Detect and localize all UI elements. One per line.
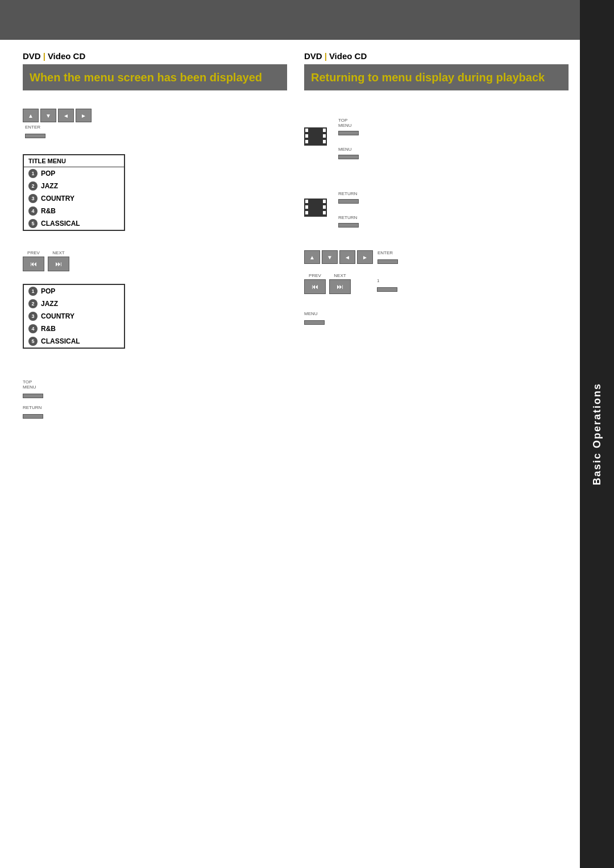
svg-rect-3 bbox=[305, 140, 308, 143]
next-label: NEXT bbox=[52, 250, 64, 255]
right-return-btn[interactable] bbox=[338, 199, 359, 204]
right-enter-btn[interactable] bbox=[377, 259, 398, 264]
menu-item-label-3: COUNTRY bbox=[41, 195, 74, 202]
right-return-label: RETURN bbox=[338, 191, 359, 196]
right-enter-label: ENTER bbox=[377, 250, 398, 255]
right-arrow-up-btn[interactable]: ▲ bbox=[304, 250, 320, 264]
svg-rect-11 bbox=[323, 200, 326, 203]
menu2-item-label-1: POP bbox=[41, 287, 55, 295]
right-bottom-menu: MENU bbox=[304, 311, 569, 327]
menu-item-label-4: R&B bbox=[41, 207, 56, 215]
right-top-menu-btn[interactable] bbox=[338, 131, 359, 135]
num2-badge-5: 5 bbox=[28, 337, 38, 346]
arrow-right-btn[interactable]: ► bbox=[76, 109, 92, 122]
right-num-group: 1 bbox=[377, 278, 397, 294]
rgap1 bbox=[304, 102, 569, 109]
svg-rect-12 bbox=[323, 205, 326, 209]
menu-item-1[interactable]: 1 POP bbox=[24, 167, 124, 180]
return-label: RETURN bbox=[23, 405, 287, 410]
right-next-btn[interactable]: ⏭ bbox=[329, 279, 351, 294]
right-bottom-menu-btn[interactable] bbox=[304, 320, 325, 325]
menu-item-3[interactable]: 3 COUNTRY bbox=[24, 192, 124, 205]
right-num-btn[interactable] bbox=[377, 287, 397, 292]
top-menu-group: TOPMENU bbox=[23, 379, 287, 400]
prev-group: PREV ⏮ bbox=[23, 250, 44, 271]
arrow-down-btn[interactable]: ▼ bbox=[40, 109, 56, 122]
left-pipe: | bbox=[43, 51, 45, 61]
right-next-label: NEXT bbox=[334, 273, 346, 278]
left-dvd-text: DVD bbox=[23, 51, 41, 61]
left-heading: When the menu screen has been displayed bbox=[23, 64, 287, 90]
arrow-left-btn[interactable]: ◄ bbox=[58, 109, 74, 122]
menu2-item-2[interactable]: 2 JAZZ bbox=[24, 297, 124, 310]
menu2-item-label-2: JAZZ bbox=[41, 300, 58, 308]
menu-item-5[interactable]: 5 CLASSICAL bbox=[24, 217, 124, 230]
rgap3 bbox=[304, 237, 569, 250]
right-column: DVD | Video CD Returning to menu display… bbox=[304, 51, 569, 421]
arrow-buttons-row: ▲ ▼ ◄ ► bbox=[23, 109, 287, 122]
menu2-item-label-4: R&B bbox=[41, 325, 56, 333]
left-column: DVD | Video CD When the menu screen has … bbox=[23, 51, 287, 421]
right-arrow-group: ▲ ▼ ◄ ► bbox=[304, 250, 373, 266]
right-prev-label: PREV bbox=[309, 273, 321, 278]
menu2-item-5[interactable]: 5 CLASSICAL bbox=[24, 335, 124, 348]
next-group: NEXT ⏭ bbox=[48, 250, 69, 271]
gap4 bbox=[23, 354, 287, 368]
arrow-up-btn[interactable]: ▲ bbox=[23, 109, 39, 122]
right-return2-label: RETURN bbox=[338, 215, 359, 220]
return-group: RETURN bbox=[23, 405, 287, 421]
menu2-item-4[interactable]: 4 R&B bbox=[24, 323, 124, 335]
menu-item-4[interactable]: 4 R&B bbox=[24, 205, 124, 217]
top-menu-btn[interactable] bbox=[23, 394, 43, 398]
prev-next-row: PREV ⏮ NEXT ⏭ bbox=[23, 250, 287, 271]
top-menu-label: TOPMENU bbox=[23, 379, 287, 390]
film-icon-1 bbox=[304, 127, 327, 150]
main-content: DVD | Video CD When the menu screen has … bbox=[0, 40, 614, 444]
num2-badge-1: 1 bbox=[28, 287, 38, 296]
film-icon-2 bbox=[304, 199, 327, 221]
menu-item-label-5: CLASSICAL bbox=[41, 220, 80, 228]
right-prev-group: PREV ⏮ bbox=[304, 273, 326, 294]
menu2-item-label-3: COUNTRY bbox=[41, 312, 74, 320]
num-badge-2: 2 bbox=[28, 181, 38, 191]
right-btn-col-2: RETURN RETURN bbox=[338, 191, 359, 228]
right-num-label: 1 bbox=[377, 278, 397, 283]
prev-btn[interactable]: ⏮ bbox=[23, 257, 44, 271]
menu2-item-label-5: CLASSICAL bbox=[41, 337, 80, 345]
right-arrow-down-btn[interactable]: ▼ bbox=[322, 250, 338, 264]
menu-item-label-1: POP bbox=[41, 170, 55, 177]
right-prev-btn[interactable]: ⏮ bbox=[304, 279, 326, 294]
right-return2-btn[interactable] bbox=[338, 223, 359, 228]
next-btn[interactable]: ⏭ bbox=[48, 257, 69, 271]
right-videocd-text: Video CD bbox=[329, 51, 367, 61]
svg-rect-5 bbox=[323, 134, 326, 138]
right-bottom-menu-label: MENU bbox=[304, 311, 569, 316]
right-arrow-buttons: ▲ ▼ ◄ ► bbox=[304, 250, 373, 264]
svg-rect-10 bbox=[305, 211, 308, 214]
menu2-item-3[interactable]: 3 COUNTRY bbox=[24, 310, 124, 323]
right-dvd-text: DVD bbox=[304, 51, 322, 61]
right-menu-btn[interactable] bbox=[338, 155, 359, 159]
return-btn[interactable] bbox=[23, 414, 43, 419]
svg-rect-4 bbox=[323, 129, 326, 132]
num2-badge-2: 2 bbox=[28, 299, 38, 308]
two-columns: DVD | Video CD When the menu screen has … bbox=[23, 51, 569, 421]
num2-badge-4: 4 bbox=[28, 324, 38, 333]
right-diagram-1: TOPMENU MENU bbox=[304, 118, 569, 159]
right-top-menu-label: TOPMENU bbox=[338, 118, 359, 128]
menu2-item-1[interactable]: 1 POP bbox=[24, 285, 124, 297]
enter-btn[interactable] bbox=[25, 134, 45, 138]
bottom-btn-group: TOPMENU RETURN bbox=[23, 379, 287, 421]
rgap-inner2 bbox=[338, 206, 359, 213]
svg-rect-13 bbox=[323, 211, 326, 214]
right-arrow-enter: ▲ ▼ ◄ ► ENTER bbox=[304, 250, 569, 266]
right-arrow-right-btn[interactable]: ► bbox=[357, 250, 373, 264]
menu-item-2[interactable]: 2 JAZZ bbox=[24, 180, 124, 192]
gap3 bbox=[23, 271, 287, 278]
right-enter-group: ENTER bbox=[377, 250, 398, 266]
num-badge-1: 1 bbox=[28, 169, 38, 178]
right-dvd-label: DVD | Video CD bbox=[304, 51, 569, 61]
right-next-group: NEXT ⏭ bbox=[329, 273, 351, 294]
right-arrow-left-btn[interactable]: ◄ bbox=[339, 250, 355, 264]
rgap2 bbox=[304, 168, 569, 182]
